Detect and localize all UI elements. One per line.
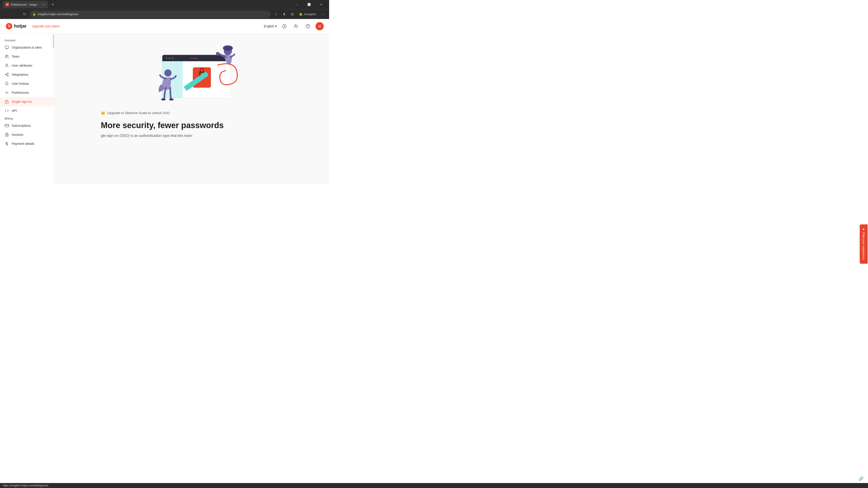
svg-point-18 bbox=[6, 92, 7, 93]
sidebar-scroll-track bbox=[53, 33, 54, 184]
split-screen-button[interactable]: ⊟ bbox=[289, 11, 296, 18]
close-button[interactable]: ✕ bbox=[316, 1, 327, 8]
incognito-label: Incognito bbox=[304, 12, 316, 16]
window-controls: ─ ⬜ ✕ bbox=[291, 1, 327, 8]
language-selector[interactable]: English ▾ bbox=[264, 24, 277, 28]
upgrade-plans-link[interactable]: Upgrade your plans bbox=[32, 24, 60, 28]
new-site-button[interactable] bbox=[280, 22, 288, 30]
logo-area: hotjar bbox=[5, 23, 27, 30]
account-section-label: Account bbox=[0, 37, 54, 43]
illustration-svg: ⊘ hotjar bbox=[149, 42, 244, 106]
svg-point-39 bbox=[216, 52, 219, 56]
bookmark-button[interactable]: ☆ bbox=[272, 11, 280, 18]
sidebar-item-payment-details[interactable]: Payment details bbox=[0, 139, 54, 148]
minimize-button[interactable]: ─ bbox=[291, 1, 302, 8]
address-bar[interactable]: 🔒 insights.hotjar.com/settings/sso bbox=[30, 11, 271, 18]
svg-point-1 bbox=[295, 24, 296, 26]
download-button[interactable]: ⬇ bbox=[281, 11, 288, 18]
tab-title: Preferences - Hotjar bbox=[11, 3, 37, 6]
sidebar-item-integrations[interactable]: Integrations bbox=[0, 70, 54, 79]
svg-point-12 bbox=[5, 74, 6, 75]
svg-text:⊘ hotjar: ⊘ hotjar bbox=[191, 57, 197, 59]
browser-tab[interactable]: H Preferences - Hotjar ✕ bbox=[3, 1, 48, 8]
svg-point-41 bbox=[164, 69, 172, 76]
team-icon bbox=[4, 54, 9, 59]
sso-illustration: ⊘ hotjar bbox=[149, 42, 235, 103]
svg-point-28 bbox=[165, 57, 167, 59]
sidebar-item-preferences[interactable]: Preferences bbox=[0, 88, 54, 97]
sidebar-label-organizations: Organizations & sites bbox=[12, 46, 41, 49]
svg-point-11 bbox=[7, 73, 8, 74]
sidebar-scroll-thumb bbox=[53, 34, 54, 48]
sidebar-item-subscriptions[interactable]: Subscriptions bbox=[0, 121, 54, 130]
subscriptions-icon bbox=[4, 123, 9, 128]
svg-point-30 bbox=[172, 57, 174, 59]
back-button[interactable]: ‹ bbox=[3, 11, 10, 18]
sidebar-item-user-attributes[interactable]: User attributes bbox=[0, 61, 54, 70]
sidebar-label-user-attributes: User attributes bbox=[12, 64, 32, 67]
user-attributes-icon bbox=[4, 63, 9, 68]
preferences-icon bbox=[4, 90, 9, 95]
upgrade-notice: 👑 Upgrade to Observe Scale to unlock SSO bbox=[101, 111, 283, 115]
sidebar: Account Organizations & sites Team bbox=[0, 33, 54, 184]
help-button[interactable] bbox=[304, 22, 312, 30]
content-area: ⊘ hotjar bbox=[54, 33, 329, 184]
sidebar-item-organizations[interactable]: Organizations & sites bbox=[0, 43, 54, 52]
svg-rect-6 bbox=[5, 46, 8, 48]
main-area: Account Organizations & sites Team bbox=[0, 33, 329, 184]
crown-icon: 👑 bbox=[101, 111, 105, 115]
upgrade-notice-text: Upgrade to Observe Scale to unlock SSO bbox=[107, 111, 170, 115]
svg-rect-19 bbox=[5, 101, 8, 103]
api-icon bbox=[4, 108, 9, 113]
tab-favicon: H bbox=[5, 3, 9, 6]
svg-point-43 bbox=[169, 98, 174, 101]
sidebar-item-invoices[interactable]: Invoices bbox=[0, 130, 54, 139]
svg-point-29 bbox=[168, 57, 170, 59]
svg-line-15 bbox=[6, 74, 7, 74]
svg-point-10 bbox=[6, 64, 7, 65]
reload-button[interactable]: ↻ bbox=[21, 11, 28, 18]
sidebar-item-single-sign-on[interactable]: Single sign-on bbox=[0, 97, 54, 106]
new-tab-button[interactable]: + bbox=[50, 1, 56, 8]
add-user-button[interactable] bbox=[292, 22, 300, 30]
svg-point-13 bbox=[7, 75, 8, 76]
sidebar-label-team: Team bbox=[12, 55, 20, 58]
nav-bar: ‹ › ↻ 🔒 insights.hotjar.com/settings/sso… bbox=[0, 9, 329, 19]
sidebar-label-invoices: Invoices bbox=[12, 133, 23, 136]
help-icon bbox=[306, 24, 310, 29]
integrations-icon bbox=[4, 72, 9, 77]
forward-button[interactable]: › bbox=[12, 11, 19, 18]
svg-line-14 bbox=[6, 75, 7, 75]
app-header: hotjar Upgrade your plans English ▾ bbox=[0, 19, 329, 33]
svg-line-17 bbox=[7, 84, 8, 85]
sidebar-label-integrations: Integrations bbox=[12, 73, 28, 76]
payment-details-icon bbox=[4, 141, 9, 146]
more-menu-button[interactable]: ⋯ bbox=[319, 11, 327, 18]
tab-close-button[interactable]: ✕ bbox=[41, 3, 45, 6]
nav-actions: ☆ ⬇ ⊟ 🕵 Incognito ⋯ bbox=[272, 11, 327, 18]
browser-chrome: H Preferences - Hotjar ✕ + ─ ⬜ ✕ bbox=[0, 0, 329, 9]
page-description: gle sign-on (SSO) is an authentication t… bbox=[101, 133, 283, 139]
lock-icon: 🔒 bbox=[33, 13, 36, 16]
sidebar-item-user-lookup[interactable]: User lookup bbox=[0, 79, 54, 88]
sidebar-item-api[interactable]: API bbox=[0, 106, 54, 115]
invoices-icon bbox=[4, 132, 9, 137]
sidebar-label-api: API bbox=[12, 109, 17, 112]
svg-point-16 bbox=[5, 82, 8, 85]
content-inner: ⊘ hotjar bbox=[90, 33, 293, 148]
user-lookup-icon bbox=[4, 81, 9, 86]
single-sign-on-icon bbox=[4, 99, 9, 104]
maximize-button[interactable]: ⬜ bbox=[304, 1, 314, 8]
svg-rect-20 bbox=[5, 124, 9, 127]
logo-text-hotjar: hotjar bbox=[14, 24, 27, 29]
sidebar-item-team[interactable]: Team bbox=[0, 52, 54, 61]
sidebar-label-user-lookup: User lookup bbox=[12, 82, 29, 86]
url-text: insights.hotjar.com/settings/sso bbox=[38, 12, 79, 16]
header-actions: English ▾ U bbox=[264, 22, 324, 30]
add-user-icon bbox=[294, 24, 298, 29]
language-label: English bbox=[264, 24, 274, 28]
user-avatar[interactable]: U bbox=[315, 22, 324, 30]
hotjar-logo[interactable]: hotjar bbox=[5, 23, 27, 30]
sidebar-label-payment-details: Payment details bbox=[12, 142, 34, 145]
incognito-indicator: 🕵 Incognito bbox=[297, 11, 318, 18]
